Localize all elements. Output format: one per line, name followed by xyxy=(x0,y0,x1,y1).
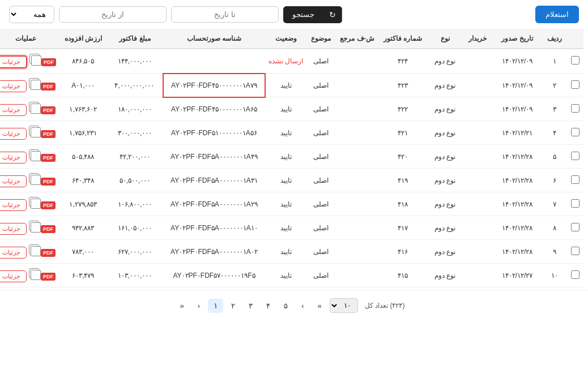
refresh-button[interactable]: ↻ xyxy=(323,6,342,23)
page-5-button[interactable]: ۵ xyxy=(278,299,293,313)
row-amal: PDF جزئیات xyxy=(0,240,60,264)
pdf-icon[interactable]: PDF xyxy=(41,58,56,66)
search-button[interactable]: جستجو xyxy=(283,6,323,23)
joziat-button[interactable]: جزئیات xyxy=(0,247,27,259)
row-arzesh: ۱,۷۶۳,۶۰۲ xyxy=(60,97,106,121)
th-checkbox xyxy=(566,29,583,49)
joziat-button[interactable]: جزئیات xyxy=(0,128,27,140)
copy-icon[interactable] xyxy=(29,173,39,183)
pdf-icon[interactable]: PDF xyxy=(41,106,56,114)
filter-select[interactable]: همه xyxy=(9,6,54,23)
pdf-icon[interactable]: PDF xyxy=(41,154,56,162)
pdf-icon[interactable]: PDF xyxy=(41,273,56,281)
row-date: ۱۴۰۲/۱۲/۲۸ xyxy=(492,169,543,192)
pdf-icon[interactable]: PDF xyxy=(41,201,56,209)
row-amal: PDF جزئیات xyxy=(0,145,60,169)
page-4-button[interactable]: ۴ xyxy=(261,299,276,313)
row-invoice-no: ۴۱۹ xyxy=(379,169,427,192)
pdf-icon[interactable]: PDF xyxy=(41,225,56,233)
copy-icon[interactable] xyxy=(29,221,39,231)
row-date: ۱۴۰۲/۱۲/۲۸ xyxy=(492,192,543,216)
row-sanase: AY۰۲PF۰FDF۵A۰۰۰۰۰۰۰۱A۱۰ xyxy=(163,216,265,240)
row-amal: PDF جزئیات xyxy=(0,97,60,121)
row-checkbox[interactable] xyxy=(571,128,580,136)
row-invoice-no: ۴۲۱ xyxy=(379,121,427,145)
pdf-icon[interactable]: PDF xyxy=(41,130,56,138)
search-group: ↻ جستجو xyxy=(283,6,342,23)
row-checkbox[interactable] xyxy=(571,270,580,279)
row-date: ۱۴۰۲/۱۲/۲۱ xyxy=(492,121,543,145)
copy-icon[interactable] xyxy=(29,197,39,207)
row-mablagh: ۱۴۴,۰۰۰,۰۰۰ xyxy=(106,49,163,74)
row-checkbox[interactable] xyxy=(571,56,580,64)
pdf-icon[interactable]: PDF xyxy=(41,249,56,257)
table-body: ۱۱۴۰۲/۱۲/۰۹نوع دوم۴۲۴اصلیارسال نشده۱۴۴,۰… xyxy=(0,49,583,287)
estealam-button[interactable]: استعلام xyxy=(535,6,579,23)
pdf-icon[interactable]: PDF xyxy=(41,178,56,186)
table-header-row: ردیف تاریخ صدور خریدار نوع شماره فاکتور … xyxy=(0,29,583,49)
copy-icon[interactable] xyxy=(29,78,39,88)
row-radif: ۸ xyxy=(543,216,566,240)
th-ref: ش-ف مرجع xyxy=(335,29,378,49)
row-checkbox[interactable] xyxy=(571,104,580,113)
first-page-button[interactable]: « xyxy=(174,299,190,313)
row-checkbox[interactable] xyxy=(571,175,580,184)
copy-icon[interactable] xyxy=(29,54,40,64)
row-checkbox[interactable] xyxy=(571,152,580,160)
per-page-select[interactable]: ۱۰ xyxy=(330,298,358,313)
row-ref xyxy=(335,49,378,74)
th-mablagh: مبلغ فاکتور xyxy=(106,29,163,49)
row-arzesh: ۶۴۰,۳۴۸ xyxy=(60,169,106,192)
date-to-input[interactable] xyxy=(171,6,279,23)
joziat-button[interactable]: جزئیات xyxy=(0,270,27,282)
row-status: تایید xyxy=(265,97,306,121)
row-buyer xyxy=(463,97,492,121)
row-subject: اصلی xyxy=(306,264,335,287)
joziat-button[interactable]: جزئیات xyxy=(0,223,27,235)
top-bar: استعلام ↻ جستجو همه xyxy=(0,0,588,29)
copy-icon[interactable] xyxy=(29,268,39,278)
row-checkbox[interactable] xyxy=(571,247,580,255)
th-amal: عملیات xyxy=(0,29,60,49)
row-mablagh: ۶۲۷,۰۰۰,۰۰۰ xyxy=(106,240,163,264)
row-buyer xyxy=(463,192,492,216)
row-checkbox[interactable] xyxy=(571,199,580,208)
row-checkbox-cell xyxy=(566,121,583,145)
copy-icon[interactable] xyxy=(29,244,39,255)
copy-icon[interactable] xyxy=(29,102,39,112)
page-total: (۴۲۴) تعداد کل xyxy=(365,302,405,309)
row-checkbox[interactable] xyxy=(571,223,580,231)
row-arzesh: ۱,۲۷۹,۸۵۳ xyxy=(60,192,106,216)
row-mablagh: ۵۰,۵۰۰,۰۰۰ xyxy=(106,169,163,192)
page-1-button[interactable]: ۱ xyxy=(208,299,223,313)
last-page-button[interactable]: » xyxy=(312,299,327,313)
pdf-icon[interactable]: PDF xyxy=(41,83,56,91)
th-subject: موضوع xyxy=(306,29,335,49)
joziat-button[interactable]: جزئیات xyxy=(0,80,27,92)
row-status: تایید xyxy=(265,145,306,169)
table-row: ۴۱۴۰۲/۱۲/۲۱نوع دوم۴۲۱اصلیتاییدAY۰۲PF۰FDF… xyxy=(0,121,583,145)
joziat-button[interactable]: جزئیات xyxy=(0,152,27,164)
page-3-button[interactable]: ۳ xyxy=(243,299,258,313)
row-subject: اصلی xyxy=(306,97,335,121)
row-checkbox[interactable] xyxy=(571,80,580,89)
table-row: ۵۱۴۰۲/۱۲/۲۸نوع دوم۴۲۰اصلیتاییدAY۰۲PF۰FDF… xyxy=(0,145,583,169)
row-date: ۱۴۰۲/۱۲/۲۸ xyxy=(492,240,543,264)
joziat-button[interactable]: جزئیات xyxy=(0,199,27,211)
row-buyer xyxy=(463,145,492,169)
page-2-button[interactable]: ۲ xyxy=(225,299,241,313)
copy-icon[interactable] xyxy=(29,126,39,136)
joziat-button[interactable]: جزئیات xyxy=(0,175,27,187)
row-amal: PDF جزئیات xyxy=(0,216,60,240)
row-radif: ۴ xyxy=(543,121,566,145)
invoices-table: ردیف تاریخ صدور خریدار نوع شماره فاکتور … xyxy=(0,29,583,287)
date-from-input[interactable] xyxy=(59,6,167,23)
row-mablagh: ۱۸۰,۰۰۰,۰۰۰ xyxy=(106,97,163,121)
row-subject: اصلی xyxy=(306,169,335,192)
joziat-button[interactable]: جزئیات xyxy=(0,104,27,116)
next-page-button[interactable]: › xyxy=(296,299,309,313)
prev-page-button[interactable]: ‹ xyxy=(192,299,206,313)
joziat-button[interactable]: جزئیات xyxy=(0,55,27,68)
row-type: نوع دوم xyxy=(427,121,463,145)
copy-icon[interactable] xyxy=(29,149,39,160)
